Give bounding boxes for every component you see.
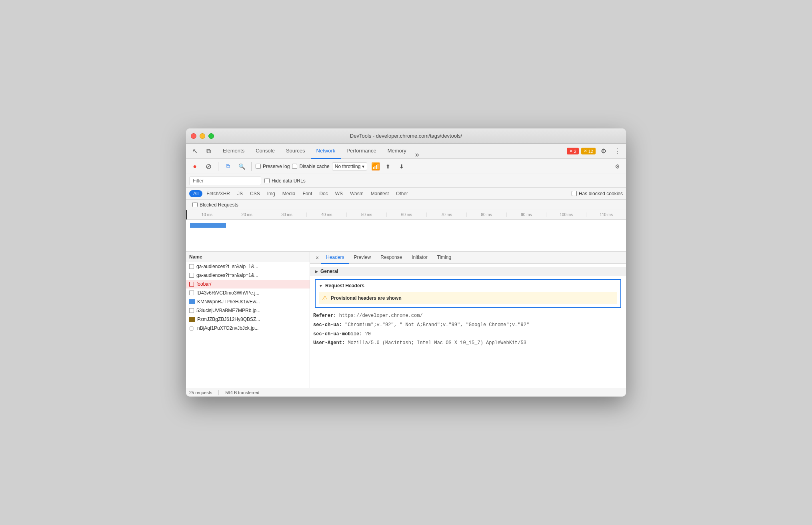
throttle-label: No throttling <box>335 164 361 169</box>
has-blocked-cookies[interactable]: Has blocked cookies <box>572 191 623 196</box>
file-image-icon-6 <box>189 317 195 322</box>
tick-20ms: 20 ms <box>227 212 267 217</box>
hide-data-urls-input[interactable] <box>264 178 270 183</box>
file-name-6: PzmJZBgZBJ612Hy8QBSZ... <box>197 317 306 322</box>
tab-elements[interactable]: Elements <box>217 144 250 159</box>
filter-font[interactable]: Font <box>299 190 315 197</box>
sec-ch-ua-name: sec-ch-ua: <box>313 322 342 328</box>
file-item-2[interactable]: foobar/ <box>186 280 310 289</box>
headers-content: ▶ General ▼ Request Headers ⚠ Provisiona… <box>310 264 626 351</box>
detail-tab-headers[interactable]: Headers <box>321 252 349 264</box>
name-column-label: Name <box>189 254 202 260</box>
tab-memory[interactable]: Memory <box>382 144 412 159</box>
user-agent-name: User-Agent: <box>313 340 345 346</box>
toolbar-settings-icon[interactable]: ⚙ <box>612 161 623 172</box>
filter-ws[interactable]: WS <box>332 190 346 197</box>
detail-close-button[interactable]: × <box>313 254 321 261</box>
general-triangle-icon: ▶ <box>315 269 318 274</box>
blocked-requests-checkbox[interactable]: Blocked Requests <box>192 202 238 208</box>
general-section-label: General <box>320 269 338 274</box>
settings-icon[interactable]: ⚙ <box>598 146 609 157</box>
file-name-2: foobar/ <box>196 281 306 287</box>
record-button[interactable]: ● <box>189 161 200 172</box>
traffic-lights <box>191 133 214 139</box>
blocked-requests-label: Blocked Requests <box>200 202 238 208</box>
provisional-headers-warning: ⚠ Provisional headers are shown <box>319 292 617 304</box>
more-tabs-button[interactable]: » <box>412 150 422 159</box>
throttle-select[interactable]: No throttling ▾ <box>332 162 368 170</box>
tab-performance[interactable]: Performance <box>341 144 382 159</box>
filter-icon[interactable]: ⧉ <box>222 161 234 172</box>
file-item-7[interactable]: ▢ nBjAqf1PuX7O2nvJbJck.jp... <box>186 324 310 333</box>
filter-css[interactable]: CSS <box>247 190 263 197</box>
filter-manifest[interactable]: Manifest <box>368 190 392 197</box>
minimize-button[interactable] <box>200 133 205 139</box>
filter-img[interactable]: Img <box>264 190 278 197</box>
file-item-1[interactable]: ga-audiences?t=sr&aip=1&... <box>186 271 310 280</box>
more-options-icon[interactable]: ⋮ <box>612 146 623 157</box>
filter-wasm[interactable]: Wasm <box>347 190 367 197</box>
file-list: Name ga-audiences?t=sr&aip=1&... ga-audi… <box>186 252 310 388</box>
warning-badge[interactable]: ✕ 12 <box>581 148 596 154</box>
tick-60ms: 60 ms <box>386 212 426 217</box>
clear-button[interactable]: ⊘ <box>203 161 214 172</box>
hide-data-urls-checkbox[interactable]: Hide data URLs <box>264 178 306 184</box>
filter-js[interactable]: JS <box>234 190 246 197</box>
request-headers-title: ▼ Request Headers <box>319 283 617 289</box>
error-badge[interactable]: ✕ 2 <box>567 148 579 154</box>
transferred-size: 594 B transferred <box>225 390 259 395</box>
file-item-4[interactable]: KMNWpnRJTP6eHJs1wEw... <box>186 297 310 306</box>
devtools-window: DevTools - developer.chrome.com/tags/dev… <box>186 128 626 397</box>
has-blocked-cookies-input[interactable] <box>572 191 577 196</box>
file-item-6[interactable]: PzmJZBgZBJ612Hy8QBSZ... <box>186 315 310 324</box>
file-name-5: 53luclsjUVBaBME7MPRb.jp... <box>196 308 306 313</box>
user-agent-value: Mozilla/5.0 (Macintosh; Intel Mac OS X 1… <box>348 340 526 346</box>
detail-tab-initiator[interactable]: Initiator <box>407 252 432 264</box>
nav-icons: ↖ ⧉ <box>189 146 214 157</box>
download-icon[interactable]: ⬇ <box>396 161 407 172</box>
filter-doc[interactable]: Doc <box>316 190 331 197</box>
filter-media[interactable]: Media <box>279 190 299 197</box>
preserve-log-checkbox[interactable]: Preserve log <box>256 164 290 169</box>
file-item-3[interactable]: fD43v6RiVCDlmo3WhVPe.j... <box>186 289 310 297</box>
filter-other[interactable]: Other <box>393 190 411 197</box>
detail-tabs: × Headers Preview Response Initiator Tim… <box>310 252 626 264</box>
tick-100ms: 100 ms <box>546 212 586 217</box>
disable-cache-label: Disable cache <box>299 164 329 169</box>
warning-count: 12 <box>588 149 593 154</box>
disable-cache-input[interactable] <box>292 164 297 169</box>
tick-10ms: 10 ms <box>187 212 227 217</box>
cursor-icon[interactable]: ↖ <box>189 146 200 157</box>
file-name-3: fD43v6RiVCDlmo3WhVPe.j... <box>196 290 306 296</box>
search-icon[interactable]: 🔍 <box>236 161 247 172</box>
tick-50ms: 50 ms <box>346 212 386 217</box>
provisional-warning-text: Provisional headers are shown <box>331 295 402 301</box>
header-row-sec-ch-ua: sec-ch-ua: "Chromium";v="92", " Not A;Br… <box>310 321 626 330</box>
disable-cache-checkbox[interactable]: Disable cache <box>292 164 329 169</box>
close-button[interactable] <box>191 133 196 139</box>
maximize-button[interactable] <box>208 133 214 139</box>
general-section-header[interactable]: ▶ General <box>310 267 626 276</box>
timeline-chart <box>186 220 626 252</box>
blocked-requests-input[interactable] <box>192 202 198 207</box>
filter-input[interactable] <box>189 176 261 185</box>
detail-tab-response[interactable]: Response <box>376 252 407 264</box>
file-name-7: nBjAqf1PuX7O2nvJbJck.jp... <box>197 325 306 331</box>
file-item-0[interactable]: ga-audiences?t=sr&aip=1&... <box>186 262 310 271</box>
filter-fetch-xhr[interactable]: Fetch/XHR <box>203 190 233 197</box>
tab-network[interactable]: Network <box>311 144 341 159</box>
preserve-log-input[interactable] <box>256 164 261 169</box>
tab-sources[interactable]: Sources <box>280 144 311 159</box>
file-item-5[interactable]: 53luclsjUVBaBME7MPRb.jp... <box>186 306 310 315</box>
tab-console[interactable]: Console <box>250 144 280 159</box>
filter-all[interactable]: All <box>189 190 202 197</box>
referer-name: Referer: <box>313 313 336 319</box>
wifi-icon[interactable]: 📶 <box>371 162 380 171</box>
device-icon[interactable]: ⧉ <box>203 146 214 157</box>
detail-tab-preview[interactable]: Preview <box>349 252 376 264</box>
detail-tab-timing[interactable]: Timing <box>432 252 456 264</box>
waterfall-bar <box>190 223 226 228</box>
error-count: 2 <box>574 149 576 154</box>
file-checkbox-5 <box>189 308 194 313</box>
upload-icon[interactable]: ⬆ <box>382 161 394 172</box>
